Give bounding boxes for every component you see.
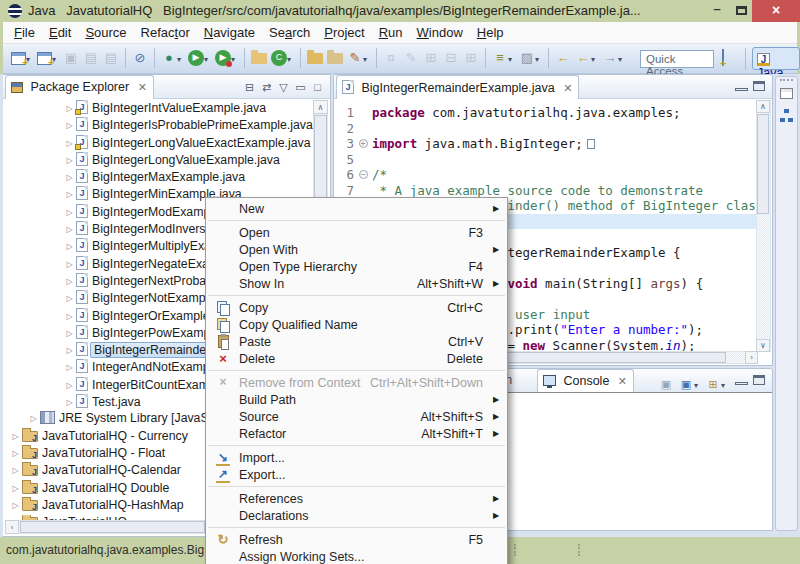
menu-edit[interactable]: Edit: [42, 22, 78, 42]
expand-arrow-icon[interactable]: ▷: [63, 225, 76, 234]
menu-item-paste[interactable]: PasteCtrl+V: [206, 333, 507, 350]
menu-item-open[interactable]: OpenF3: [206, 224, 507, 241]
tree-item[interactable]: ▷BigIntegerLongValueExample.java: [3, 152, 313, 169]
back-button[interactable]: ←▾: [574, 48, 599, 70]
coverage-brush-button[interactable]: ✎▾: [346, 48, 371, 70]
expand-arrow-icon[interactable]: ▷: [9, 501, 22, 510]
menu-run[interactable]: Run: [372, 22, 410, 42]
tree-item[interactable]: ▷BigIntegerIsProbablePrimeExample.java: [3, 117, 313, 134]
menu-item-refresh[interactable]: ↻RefreshF5: [206, 531, 507, 548]
expand-arrow-icon[interactable]: ▷: [63, 312, 76, 321]
menu-item-new[interactable]: New▶: [206, 200, 507, 217]
expand-arrow-icon[interactable]: ▷: [63, 398, 76, 407]
menu-item-import[interactable]: ↘Import...: [206, 449, 507, 466]
expand-arrow-icon[interactable]: ▷: [63, 208, 76, 217]
annotations-button[interactable]: ▨▾: [518, 48, 543, 70]
print-button[interactable]: ▤: [82, 48, 100, 70]
menu-project[interactable]: Project: [317, 22, 371, 42]
menu-source[interactable]: Source: [78, 22, 133, 42]
expand-arrow-icon[interactable]: ▷: [9, 449, 22, 458]
expand-arrow-icon[interactable]: ▷: [9, 432, 22, 441]
restore-outline-icon[interactable]: [780, 88, 793, 99]
expand-arrow-icon[interactable]: ▷: [9, 484, 22, 493]
menu-item-export[interactable]: ↗Export...: [206, 466, 507, 483]
menu-item-source[interactable]: SourceAlt+Shift+S▶: [206, 408, 507, 425]
expand-arrow-icon[interactable]: ▷: [63, 277, 76, 286]
menu-navigate[interactable]: Navigate: [197, 22, 262, 42]
dropdown-caret-icon[interactable]: ▾: [363, 55, 370, 64]
menu-item-remove-from-context[interactable]: ×Remove from ContextCtrl+Alt+Shift+Down: [206, 374, 507, 391]
dropdown-caret-icon[interactable]: ▾: [535, 55, 542, 64]
menu-item-refactor[interactable]: RefactorAlt+Shift+T▶: [206, 425, 507, 442]
external-tools-button[interactable]: ▶▾: [214, 48, 239, 70]
expand-arrow-icon[interactable]: ▷: [63, 173, 76, 182]
connect-button[interactable]: ¤: [382, 48, 400, 70]
drag-handle[interactable]: [780, 79, 793, 84]
dropdown-caret-icon[interactable]: ▾: [694, 381, 701, 390]
expand-arrow-icon[interactable]: ▷: [63, 294, 76, 303]
expand-arrow-icon[interactable]: ▷: [63, 363, 76, 372]
new-class-button[interactable]: C▾: [270, 48, 295, 70]
dropdown-caret-icon[interactable]: ▾: [721, 381, 728, 390]
new-java-project-button[interactable]: [250, 48, 268, 70]
expand-arrow-icon[interactable]: ▷: [63, 156, 76, 165]
restore-hierarchy-icon[interactable]: [780, 109, 793, 122]
maximize-editor-icon[interactable]: [753, 81, 766, 92]
minimize-view-icon[interactable]: ▭: [292, 79, 309, 95]
brush-button[interactable]: ✎: [402, 48, 420, 70]
tree-item[interactable]: ▷BigIntegerMaxExample.java: [3, 169, 313, 186]
scroll-down-icon[interactable]: ∨: [756, 339, 770, 352]
view-menu-icon[interactable]: ▽: [275, 79, 292, 95]
menu-item-references[interactable]: References▶: [206, 490, 507, 507]
frame-button[interactable]: ⊞: [462, 48, 480, 70]
print-all-button[interactable]: ▤: [102, 48, 120, 70]
scroll-up-icon[interactable]: ∧: [756, 100, 770, 113]
menu-item-copy[interactable]: CopyCtrl+C: [206, 299, 507, 316]
open-folder-button[interactable]: [326, 48, 344, 70]
tree-item[interactable]: ▷BigIntegerIntValueExample.java: [3, 100, 313, 117]
fold-toggle-icon[interactable]: +: [356, 136, 370, 152]
dropdown-caret-icon[interactable]: ▾: [231, 55, 238, 64]
menu-item-open-with[interactable]: Open With▶: [206, 241, 507, 258]
menu-item-delete[interactable]: ×DeleteDelete: [206, 350, 507, 367]
expand-arrow-icon[interactable]: ▷: [63, 346, 76, 355]
tree-item[interactable]: ▷BigIntegerLongValueExactExample.java: [3, 135, 313, 152]
close-button[interactable]: ×: [752, 0, 800, 22]
tab-package-explorer[interactable]: Package Explorer ✕: [5, 75, 154, 99]
scroll-right-icon[interactable]: ›: [745, 351, 758, 364]
expand-arrow-icon[interactable]: ▷: [9, 466, 22, 475]
expand-arrow-icon[interactable]: ▷: [63, 242, 76, 251]
close-tab-icon[interactable]: ✕: [618, 375, 627, 387]
menu-item-show-in[interactable]: Show InAlt+Shift+W▶: [206, 275, 507, 292]
grid-button[interactable]: ⊟: [442, 48, 460, 70]
menu-window[interactable]: Window: [410, 22, 470, 42]
dropdown-caret-icon[interactable]: ▾: [177, 55, 184, 64]
fold-toggle-icon[interactable]: −: [356, 167, 370, 183]
dropdown-caret-icon[interactable]: ▾: [508, 55, 515, 64]
last-edit-location-button[interactable]: ←: [554, 48, 572, 70]
menu-help[interactable]: Help: [470, 22, 511, 42]
new-wizard-button[interactable]: +▾: [10, 48, 34, 70]
menu-item-open-type-hierarchy[interactable]: Open Type HierarchyF4: [206, 258, 507, 275]
menu-item-copy-qualified-name[interactable]: Copy Qualified Name: [206, 316, 507, 333]
quick-access-input[interactable]: Quick Access: [640, 50, 714, 68]
maximize-view-icon[interactable]: □: [309, 79, 326, 95]
open-jar-button[interactable]: [306, 48, 324, 70]
java-perspective-button[interactable]: JJava: [752, 47, 800, 70]
dropdown-caret-icon[interactable]: ▾: [287, 55, 294, 64]
close-tab-icon[interactable]: ✕: [563, 82, 572, 94]
editor-vertical-scrollbar[interactable]: ∧ ∨: [756, 100, 771, 352]
menu-item-build-path[interactable]: Build Path▶: [206, 391, 507, 408]
tab-editor-file[interactable]: BigIntegerRemainderExample.java ✕: [336, 75, 579, 99]
new-java-element-button[interactable]: +▾: [36, 48, 60, 70]
expand-arrow-icon[interactable]: ▷: [63, 121, 76, 130]
expand-arrow-icon[interactable]: ▷: [27, 414, 40, 423]
menu-file[interactable]: File: [7, 22, 42, 42]
collapse-all-icon[interactable]: ⊟: [241, 79, 258, 95]
maximize-button[interactable]: [730, 0, 754, 22]
scroll-up-icon[interactable]: ∧: [313, 100, 328, 114]
expand-arrow-icon[interactable]: ▷: [63, 260, 76, 269]
minimize-button[interactable]: –: [704, 0, 730, 22]
menu-search[interactable]: Search: [262, 22, 317, 42]
link-with-editor-icon[interactable]: ⇄: [258, 79, 275, 95]
